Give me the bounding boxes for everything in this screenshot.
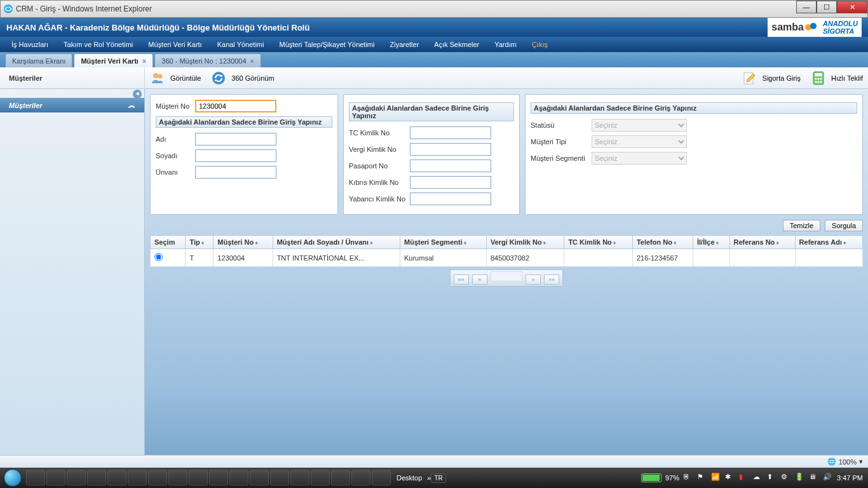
system-tray: 97% ⛨ ⚑ 📶 ✱ ▮ ☁ ⬆ ⚙ 🔋 🖥 🔊 3:47 PM [636,473,868,483]
menu-is-havuzlari[interactable]: İş Havuzları [4,37,56,52]
musteri-tipi-select[interactable]: Seçiniz [592,135,687,148]
tray-icon[interactable]: 🖥 [809,473,819,483]
adi-input[interactable] [195,133,276,146]
task-icon[interactable] [128,470,147,485]
pager-next[interactable]: » [526,274,541,285]
pager-first[interactable]: «« [454,274,469,285]
clock[interactable]: 3:47 PM [837,474,863,482]
task-icon[interactable] [148,470,167,485]
tray-icon[interactable]: ⚙ [781,473,791,483]
zoom-dropdown-icon[interactable]: ▾ [859,458,863,466]
language-indicator[interactable]: TR [431,473,445,483]
th-ref-no[interactable]: Referans No♦ [729,236,795,249]
goruntule-button[interactable]: Görüntüle [145,67,206,88]
yabanci-input[interactable] [410,193,491,205]
th-tc[interactable]: TC Kimlik No♦ [564,236,633,249]
minimize-button[interactable]: — [796,1,817,13]
sidebar: ◄ Müşteriler ︽ [0,89,145,455]
sidebar-collapse-icon[interactable]: ◄ [133,90,142,98]
zoom-level[interactable]: 100% [839,458,857,466]
task-icon[interactable] [67,470,86,485]
th-secim[interactable]: Seçim [151,236,186,249]
menu-talep-sikayet[interactable]: Müşteri Talep/Şikayet Yönetimi [271,37,382,52]
main-menu: İş Havuzları Takım ve Rol Yönetimi Müşte… [0,37,868,52]
show-desktop-label[interactable]: Desktop [391,474,427,482]
svg-rect-8 [815,73,822,76]
sigorta-giris-button[interactable]: Sigorta Giriş [737,67,806,88]
table-row[interactable]: T 1230004 TNT INTERNATİONAL EX... Kurums… [151,249,863,267]
task-icon[interactable] [311,470,330,485]
kibris-input[interactable] [410,176,491,189]
unvani-input[interactable] [195,166,276,179]
statusu-select[interactable]: Seçiniz [592,119,687,132]
soyadi-input[interactable] [195,149,276,162]
cell-ref-adi [795,249,862,267]
tray-icon[interactable]: ⬆ [767,473,777,483]
tray-icon[interactable]: ☁ [753,473,763,483]
tab-karsilama[interactable]: Karşılama Ekranı [5,53,72,67]
menu-acik-sekmeler[interactable]: Açık Sekmeler [426,37,487,52]
start-button[interactable] [0,468,25,488]
menu-kanal-yonetimi[interactable]: Kanal Yönetimi [210,37,272,52]
tray-icon[interactable]: 📶 [711,473,721,483]
th-tip[interactable]: Tip♦ [186,236,214,249]
tray-icon[interactable]: ⚑ [697,473,707,483]
th-ad[interactable]: Müşteri Adı Soyadı / Ünvanı♦ [273,236,400,249]
tab-musteri-veri-karti[interactable]: Müşteri Veri Kartı× [74,53,153,67]
task-icon[interactable] [372,470,391,485]
task-icon[interactable] [270,470,289,485]
task-icon[interactable] [331,470,350,485]
menu-takim-rol[interactable]: Takım ve Rol Yönetimi [56,37,140,52]
sorgula-button[interactable]: Sorgula [825,220,863,231]
th-tel[interactable]: Telefon No♦ [632,236,693,249]
pager-prev[interactable]: « [472,274,487,285]
temizle-button[interactable]: Temizle [783,220,820,231]
battery-icon[interactable] [641,473,661,482]
task-icon[interactable] [229,470,248,485]
hizli-teklif-button[interactable]: Hızlı Teklif [806,67,868,88]
maximize-button[interactable]: ☐ [817,1,837,13]
pager-last[interactable]: »» [544,274,559,285]
task-icon[interactable] [209,470,228,485]
tray-icon[interactable]: ⛨ [683,473,693,483]
task-icon[interactable] [107,470,126,485]
task-icon[interactable] [168,470,187,485]
tc-input[interactable] [410,126,491,139]
menu-yardim[interactable]: Yardım [487,37,524,52]
task-icon[interactable] [250,470,269,485]
menu-cikis[interactable]: Çıkış [524,37,555,52]
speaker-icon[interactable]: 🔊 [823,473,833,483]
menu-musteri-veri-karti[interactable]: Müşteri Veri Kartı [140,37,209,52]
row-select-radio[interactable] [154,253,163,261]
task-icon[interactable] [351,470,370,485]
task-icon[interactable] [290,470,309,485]
results-table: Seçim Tip♦ Müşteri No♦ Müşteri Adı Soyad… [150,235,863,267]
task-icon[interactable] [26,470,45,485]
task-icon[interactable] [87,470,106,485]
cell-secim[interactable] [151,249,186,267]
musteri-segmenti-select[interactable]: Seçiniz [592,152,687,165]
th-segment[interactable]: Müşteri Segmenti♦ [400,236,487,249]
chevron-up-icon: ︽ [128,100,135,110]
pasaport-input[interactable] [410,159,491,172]
th-musteri-no[interactable]: Müşteri No♦ [214,236,273,249]
tray-icon[interactable]: ✱ [725,473,735,483]
tray-icon[interactable]: ▮ [739,473,749,483]
tray-icon[interactable]: 🔋 [795,473,805,483]
close-button[interactable]: ✕ [837,1,867,13]
th-vergi[interactable]: Vergi Kimlik No♦ [486,236,564,249]
tab-close-icon[interactable]: × [142,57,146,65]
th-il[interactable]: İl/İlçe♦ [693,236,729,249]
cell-tip: T [186,249,214,267]
task-icon[interactable] [46,470,65,485]
musteri-no-input[interactable] [195,100,276,112]
logo-samba: samba [771,22,804,33]
sidebar-item-musteriler[interactable]: Müşteriler ︽ [0,98,144,112]
tab-close-icon[interactable]: × [250,57,254,65]
menu-ziyaretler[interactable]: Ziyaretler [382,37,426,52]
vergi-input[interactable] [410,143,491,156]
tab-360[interactable]: 360 - Müşteri No : 1230004× [154,53,261,67]
task-icon[interactable] [189,470,208,485]
th-ref-adi[interactable]: Referans Adı♦ [795,236,862,249]
360-gorunum-button[interactable]: 360 Görünüm [206,67,279,88]
